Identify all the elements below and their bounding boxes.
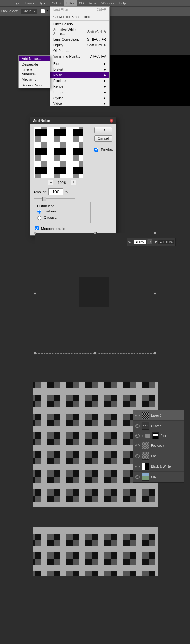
menu-layer[interactable]: Layer (23, 0, 37, 6)
menu-edit[interactable]: it (1, 0, 8, 6)
menu-window[interactable]: Window (99, 0, 116, 6)
canvas-noise-result-bottom[interactable] (33, 527, 158, 576)
gaussian-radio[interactable]: Gaussian (36, 214, 88, 221)
width-input[interactable] (134, 240, 146, 244)
noise-median[interactable]: Median... (19, 77, 50, 82)
visibility-icon[interactable] (135, 465, 140, 468)
amount-slider[interactable] (34, 198, 75, 199)
uniform-radio[interactable]: Uniform (36, 208, 88, 214)
auto-select-label: uto-Select: (1, 9, 18, 13)
canvas-content[interactable] (109, 55, 190, 106)
amount-input[interactable] (48, 188, 63, 195)
zoom-in-button[interactable]: + (71, 180, 76, 185)
dialog-title: Add Noise (33, 119, 50, 123)
layer-row-fogcopy[interactable]: Fog copy (133, 440, 184, 451)
transform-options: W: ⚯ H: (127, 238, 176, 246)
menu-help[interactable]: Help (116, 0, 129, 6)
filter-last[interactable]: Last FilterCtrl+F (50, 7, 109, 12)
visibility-icon[interactable] (135, 434, 140, 438)
menu-image[interactable]: Image (8, 0, 23, 6)
handle-mr[interactable] (154, 292, 156, 295)
filter-gallery[interactable]: Filter Gallery... (50, 21, 109, 27)
layer-row-fog[interactable]: Fog (133, 451, 184, 461)
menu-type[interactable]: Type (37, 0, 49, 6)
layer-row-bw[interactable]: Black & White (133, 461, 184, 472)
filter-render[interactable]: Render▶ (50, 84, 109, 89)
menu-select[interactable]: Select (49, 0, 64, 6)
close-icon[interactable] (110, 119, 113, 123)
filter-blur[interactable]: Blur▶ (50, 61, 109, 66)
adjustment-icon[interactable] (142, 463, 149, 470)
layer-name: Black & White (151, 465, 171, 468)
filter-oil-paint[interactable]: Oil Paint... (50, 48, 109, 54)
layer-content[interactable] (79, 277, 109, 307)
noise-dust[interactable]: Dust & Scratches... (19, 67, 50, 77)
layer-thumbnail[interactable] (142, 412, 149, 419)
visibility-icon[interactable] (135, 424, 140, 428)
distribution-group: Distribution Uniform Gaussian (34, 202, 91, 223)
group-select[interactable]: Group ▾ (21, 9, 37, 14)
layer-thumbnail[interactable] (142, 473, 149, 481)
filter-liquify[interactable]: Liquify...Shift+Ctrl+X (50, 42, 109, 48)
layer-name: Fog (151, 454, 156, 458)
curves-icon[interactable]: 〰 (142, 422, 149, 430)
ok-button[interactable]: OK (94, 127, 112, 133)
menu-filter[interactable]: Filter (64, 0, 77, 6)
chevron-right-icon: ▶ (104, 91, 106, 94)
layer-mask-thumbnail[interactable] (152, 432, 159, 439)
dialog-titlebar[interactable]: Add Noise (30, 117, 116, 124)
visibility-icon[interactable] (135, 414, 140, 417)
filter-vanishing-point[interactable]: Vanishing Point...Alt+Ctrl+V (50, 54, 109, 59)
distribution-label: Distribution (36, 204, 56, 208)
layer-thumbnail[interactable] (142, 452, 149, 460)
chevron-right-icon[interactable]: ▶ (142, 434, 143, 437)
handle-tc[interactable] (94, 232, 97, 234)
handle-ml[interactable] (34, 292, 36, 295)
cancel-button[interactable]: Cancel (94, 135, 112, 142)
filter-dropdown: Last FilterCtrl+F Convert for Smart Filt… (50, 6, 110, 106)
visibility-icon[interactable] (135, 475, 140, 479)
filter-convert-smart[interactable]: Convert for Smart Filters (50, 14, 109, 20)
menu-view[interactable]: View (86, 0, 99, 6)
handle-bl[interactable] (34, 352, 36, 355)
slider-thumb[interactable] (42, 197, 46, 201)
layer-thumbnail[interactable] (142, 442, 149, 449)
menu-3d[interactable]: 3D (77, 0, 86, 6)
menu-bar: it Image Layer Type Select Filter 3D Vie… (0, 0, 190, 6)
filter-adaptive-wide[interactable]: Adaptive Wide Angle...Shift+Ctrl+A (50, 27, 109, 36)
layer-row-curves[interactable]: 〰 Curves (133, 421, 184, 431)
filter-video[interactable]: Video▶ (50, 101, 109, 106)
filter-lens-correction[interactable]: Lens Correction...Shift+Ctrl+R (50, 36, 109, 42)
layer-name: Curves (151, 424, 161, 428)
noise-add[interactable]: Add Noise... (19, 56, 50, 61)
filter-distort[interactable]: Distort▶ (50, 66, 109, 72)
handle-bc[interactable] (94, 352, 97, 355)
preview-checkbox[interactable]: Preview (93, 146, 113, 153)
layer-row-sky[interactable]: Sky (133, 472, 184, 482)
handle-br[interactable] (154, 352, 156, 355)
height-input[interactable] (158, 240, 174, 244)
noise-despeckle[interactable]: Despeckle (19, 61, 50, 67)
height-label: H: (154, 240, 157, 244)
layers-panel: Layer 1 〰 Curves ▶ Pier Fog copy Fog B (133, 410, 184, 483)
visibility-icon[interactable] (135, 444, 140, 447)
layer-row-layer1[interactable]: Layer 1 (133, 410, 184, 421)
zoom-out-button[interactable]: − (48, 180, 53, 185)
handle-tr[interactable] (154, 232, 156, 234)
layer-name: Pier (161, 434, 166, 438)
preview-area[interactable] (34, 127, 83, 178)
layer-name: Sky (151, 475, 156, 479)
layer-name: Layer 1 (151, 414, 162, 417)
filter-stylize[interactable]: Stylize▶ (50, 95, 109, 101)
layer-row-pier[interactable]: ▶ Pier (133, 431, 184, 440)
amount-label: Amount: (34, 190, 47, 194)
filter-pixelate[interactable]: Pixelate▶ (50, 78, 109, 84)
link-icon[interactable]: ⚯ (147, 239, 152, 244)
visibility-icon[interactable] (135, 454, 140, 458)
noise-reduce[interactable]: Reduce Noise... (19, 82, 50, 88)
filter-noise[interactable]: Noise▶ (50, 72, 109, 78)
handle-tl[interactable] (34, 232, 36, 234)
chevron-right-icon: ▶ (104, 62, 106, 65)
transform-bounds[interactable] (35, 233, 155, 354)
filter-sharpen[interactable]: Sharpen▶ (50, 89, 109, 95)
